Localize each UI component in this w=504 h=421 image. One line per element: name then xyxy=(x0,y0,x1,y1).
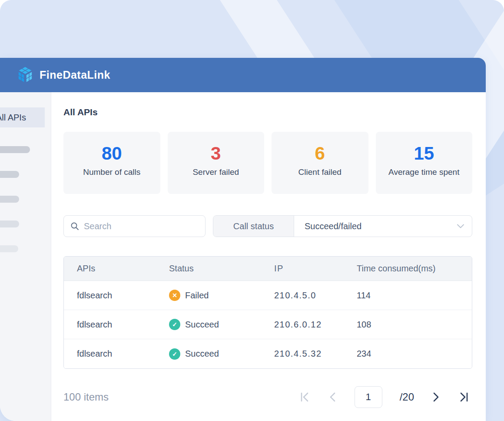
brand-logo xyxy=(17,66,34,85)
call-status-filter: Call status Succeed/failed xyxy=(213,215,472,237)
column-header-apis: APIs xyxy=(64,264,169,274)
sidebar-skeleton-item xyxy=(0,146,30,153)
stat-label: Number of calls xyxy=(83,167,140,177)
first-page-button[interactable] xyxy=(299,391,311,403)
api-name-cell: fdlsearch xyxy=(64,349,169,359)
status-text: Failed xyxy=(185,291,209,301)
column-header-time: Time consumed(ms) xyxy=(357,264,472,274)
page-number-input[interactable] xyxy=(355,386,382,408)
api-name-cell: fdlsearch xyxy=(64,320,169,330)
check-circle-icon xyxy=(169,348,180,360)
sidebar-skeleton-item xyxy=(0,245,18,252)
column-header-ip: IP xyxy=(274,264,357,274)
sidebar-skeleton-item xyxy=(0,221,19,227)
sidebar-skeleton-item xyxy=(0,196,19,203)
last-page-button[interactable] xyxy=(458,391,470,403)
table-footer: 100 items /20 xyxy=(63,386,472,408)
total-pages-label: /20 xyxy=(400,391,414,403)
status-cell: Succeed xyxy=(169,348,274,360)
table-header-row: APIs Status IP Time consumed(ms) xyxy=(64,257,472,281)
chevron-right-icon xyxy=(431,391,440,403)
previous-page-button[interactable] xyxy=(328,391,337,403)
sidebar-skeleton-item xyxy=(0,171,19,178)
status-cell: Succeed xyxy=(169,319,274,330)
app-header: FineDataLink xyxy=(0,58,486,92)
ip-cell: 210.4.5.32 xyxy=(274,349,357,359)
sidebar: All APIs xyxy=(0,92,51,421)
main-content: All APIs 80 Number of calls 3 Server fai… xyxy=(51,92,486,421)
call-status-select[interactable]: Succeed/failed xyxy=(294,216,472,237)
stat-value: 6 xyxy=(315,144,325,164)
status-cell: Failed xyxy=(169,290,274,301)
stat-cards: 80 Number of calls 3 Server failed 6 Cli… xyxy=(63,132,472,194)
cube-logo-icon xyxy=(17,66,34,85)
brand-name: FineDataLink xyxy=(40,69,110,81)
items-count: 100 items xyxy=(63,391,109,403)
call-status-filter-label: Call status xyxy=(213,216,294,237)
api-name-cell: fdlsearch xyxy=(64,291,169,301)
call-status-selected-value: Succeed/failed xyxy=(305,221,361,231)
stat-value: 15 xyxy=(414,144,434,164)
search-box[interactable] xyxy=(63,215,206,237)
stat-value: 80 xyxy=(102,144,122,164)
stat-label: Server failed xyxy=(192,167,239,177)
stat-value: 3 xyxy=(211,144,221,164)
status-text: Succeed xyxy=(185,349,219,359)
ip-cell: 210.6.0.12 xyxy=(274,320,357,330)
check-circle-icon xyxy=(169,319,180,330)
page-title: All APIs xyxy=(63,107,472,117)
stat-label: Client failed xyxy=(298,167,342,177)
stat-card-average-time: 15 Average time spent xyxy=(376,132,473,194)
search-input[interactable] xyxy=(84,221,199,231)
next-page-button[interactable] xyxy=(431,391,440,403)
api-calls-table: APIs Status IP Time consumed(ms) fdlsear… xyxy=(63,256,472,369)
first-page-icon xyxy=(299,391,311,403)
app-window: FineDataLink All APIs All APIs 80 Number… xyxy=(0,58,486,421)
time-cell: 234 xyxy=(357,349,472,359)
sidebar-item-label: All APIs xyxy=(0,113,26,123)
stat-card-server-failed: 3 Server failed xyxy=(168,132,265,194)
time-cell: 114 xyxy=(357,291,472,301)
column-header-status: Status xyxy=(169,264,274,274)
filter-row: Call status Succeed/failed xyxy=(63,215,472,237)
chevron-down-icon xyxy=(457,224,464,228)
table-row[interactable]: fdlsearch Succeed 210.4.5.32 234 xyxy=(64,339,472,368)
search-icon xyxy=(70,222,79,231)
stat-card-client-failed: 6 Client failed xyxy=(272,132,368,194)
sidebar-skeleton-list xyxy=(0,146,51,252)
table-row[interactable]: fdlsearch Succeed 210.6.0.12 108 xyxy=(64,310,472,339)
chevron-left-icon xyxy=(328,391,337,403)
time-cell: 108 xyxy=(357,320,472,330)
x-circle-icon xyxy=(169,290,180,301)
last-page-icon xyxy=(458,391,470,403)
sidebar-item-all-apis[interactable]: All APIs xyxy=(0,107,45,127)
stat-label: Average time spent xyxy=(388,167,459,177)
pagination: /20 xyxy=(299,386,470,408)
stat-card-number-of-calls: 80 Number of calls xyxy=(63,132,160,194)
table-row[interactable]: fdlsearch Failed 210.4.5.0 114 xyxy=(64,281,472,310)
status-text: Succeed xyxy=(185,320,219,330)
ip-cell: 210.4.5.0 xyxy=(274,291,357,301)
